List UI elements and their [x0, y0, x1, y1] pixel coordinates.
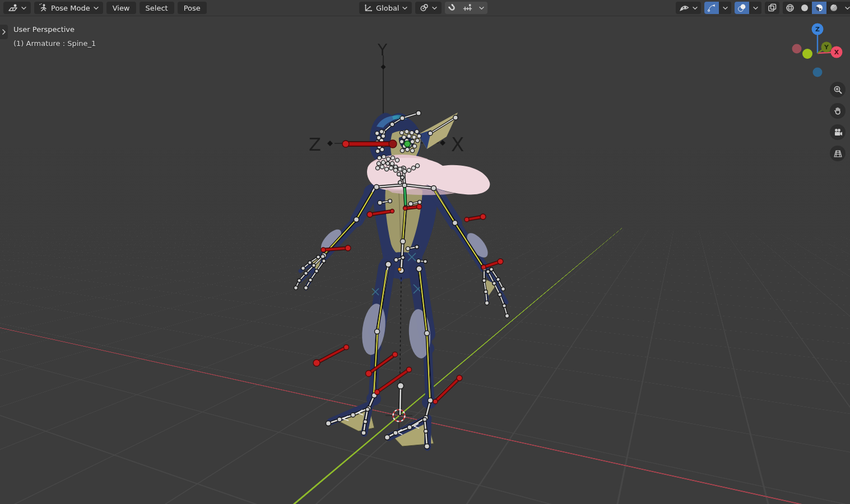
gizmo-letter-z: Z — [815, 26, 820, 33]
pan-button[interactable] — [830, 103, 846, 119]
shading-material-button[interactable] — [812, 2, 826, 14]
rendered-icon — [829, 3, 838, 12]
spine-bone[interactable] — [405, 185, 406, 208]
visibility-eye-icon — [679, 4, 689, 12]
chevron-down-icon — [845, 6, 850, 10]
gizmo-icon — [707, 3, 716, 12]
gizmo-letter-y: Y — [824, 44, 829, 51]
axis-letter-y: Y — [377, 41, 388, 59]
orientation-icon — [364, 4, 373, 12]
orientation-label: Global — [376, 4, 399, 12]
shading-solid-button[interactable] — [797, 2, 812, 14]
navigation-gizmo[interactable]: Z Y X — [786, 21, 849, 85]
perspective-label: User Perspective — [13, 22, 96, 36]
pivot-point-dropdown[interactable] — [415, 2, 442, 14]
gizmo-neg-z-ball[interactable] — [813, 68, 823, 77]
chevron-down-icon — [94, 6, 99, 10]
toggle-ortho-icon — [833, 150, 843, 158]
3d-viewport[interactable]: Z X Y — [0, 16, 850, 504]
editor-type-selector[interactable] — [3, 2, 31, 14]
show-overlays-toggle[interactable] — [735, 2, 749, 14]
chevron-down-icon — [723, 6, 728, 10]
eye-joint[interactable] — [405, 141, 411, 147]
camera-view-button[interactable] — [830, 124, 846, 140]
menu-pose[interactable]: Pose — [178, 2, 207, 14]
bone-axis-widget: Z X Y — [309, 41, 464, 156]
chevron-down-icon — [479, 6, 484, 10]
chevron-right-icon — [2, 29, 6, 35]
gizmo-neg-x-ball[interactable] — [792, 44, 802, 54]
viewport-header: Pose Mode View Select Pose Global — [0, 0, 850, 16]
chevron-down-icon — [693, 6, 698, 10]
shading-wireframe-button[interactable] — [783, 2, 797, 14]
toolbar-expand-tab[interactable] — [0, 25, 8, 39]
menu-select[interactable]: Select — [140, 2, 174, 14]
transform-orientation-dropdown[interactable]: Global — [359, 2, 412, 14]
proportional-chevron[interactable] — [475, 2, 487, 14]
active-object-label: (1) Armature : Spine_1 — [13, 36, 96, 50]
proportional-icon — [463, 3, 472, 12]
chevron-down-icon — [432, 6, 437, 10]
gizmo-letter-x: X — [834, 49, 839, 56]
gizmo-chevron[interactable] — [719, 2, 731, 14]
blender-window: { "header": { "mode_label": "Pose Mode",… — [0, 0, 850, 504]
magnet-icon — [448, 3, 457, 12]
mode-label: Pose Mode — [51, 4, 90, 12]
xray-toggle[interactable] — [765, 2, 779, 14]
material-preview-icon — [815, 3, 824, 12]
show-gizmo-toggle[interactable] — [704, 2, 719, 14]
axis-letter-z: Z — [309, 134, 321, 155]
viewport-overlay-text: User Perspective (1) Armature : Spine_1 — [13, 22, 96, 50]
editor-type-icon — [8, 3, 18, 12]
floor-y-axis-line — [622, 82, 796, 228]
overlays-chevron[interactable] — [749, 2, 761, 14]
zoom-button[interactable] — [830, 82, 846, 97]
gizmo-neg-y-ball[interactable] — [802, 49, 812, 59]
toggle-ortho-button[interactable] — [830, 146, 846, 161]
object-visibility-dropdown[interactable] — [676, 2, 701, 14]
snap-toggle[interactable] — [445, 2, 459, 14]
proportional-editing-dropdown[interactable] — [459, 2, 475, 14]
zoom-icon — [833, 85, 843, 95]
chevron-down-icon — [753, 6, 758, 10]
solid-icon — [800, 3, 809, 12]
shading-rendered-button[interactable] — [826, 2, 841, 14]
pose-mode-icon — [39, 3, 48, 12]
shading-chevron[interactable] — [841, 2, 850, 14]
pivot-icon — [420, 3, 429, 12]
floor-grid — [178, 16, 850, 263]
axis-letter-x: X — [451, 133, 464, 156]
overlays-icon — [737, 3, 746, 12]
xray-icon — [768, 3, 777, 12]
wireframe-icon — [786, 3, 795, 12]
camera-view-icon — [833, 128, 843, 137]
face-rig-joints[interactable] — [375, 129, 421, 173]
chevron-down-icon — [21, 6, 26, 10]
chevron-down-icon — [402, 6, 407, 10]
mode-dropdown[interactable]: Pose Mode — [34, 2, 103, 14]
menu-view[interactable]: View — [106, 2, 136, 14]
pan-hand-icon — [833, 106, 842, 115]
